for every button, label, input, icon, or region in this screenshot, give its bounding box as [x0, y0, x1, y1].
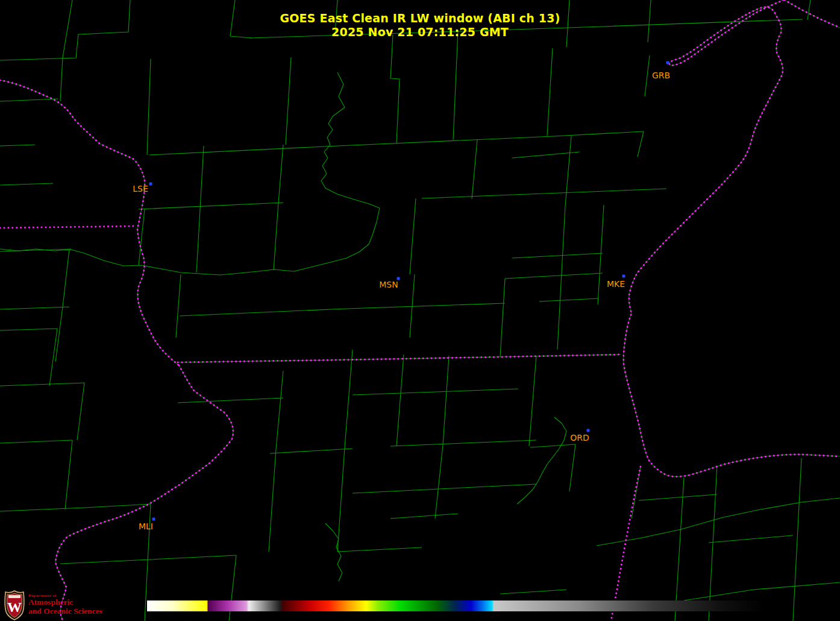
station-label-lse: LSE: [133, 184, 148, 194]
station-dot-lse: [149, 183, 152, 186]
mississippi-river-lower: [55, 365, 233, 621]
station-label-grb: GRB: [652, 71, 670, 80]
uw-aos-logo: W Department of Atmospheric and Oceanic …: [4, 590, 102, 620]
logo-line-2: and Oceanic Sciences: [28, 607, 102, 616]
title-line-1: GOES East Clean IR LW window (ABI ch 13): [0, 11, 840, 25]
iowa-minnesota-border: [0, 226, 136, 228]
logo-line-1: Atmospheric: [28, 598, 102, 607]
image-title: GOES East Clean IR LW window (ABI ch 13)…: [0, 11, 840, 39]
station-dot-ord: [587, 429, 590, 432]
satellite-map: [0, 0, 840, 621]
svg-text:W: W: [7, 599, 22, 615]
station-dot-mke: [622, 275, 625, 278]
station-label-mli: MLI: [139, 522, 153, 531]
title-line-2: 2025 Nov 21 07:11:25 GMT: [0, 25, 840, 39]
station-dot-grb: [666, 61, 669, 65]
illinois-indiana-border: [611, 467, 641, 621]
station-dot-msn: [397, 277, 400, 280]
satellite-viewer: GOES East Clean IR LW window (ABI ch 13)…: [0, 0, 840, 621]
temperature-colorbar: [147, 601, 764, 611]
mississippi-river-upper: [0, 80, 179, 365]
station-label-msn: MSN: [379, 280, 398, 289]
county-boundary-lines: [0, 0, 840, 621]
logo-text: Department of Atmospheric and Oceanic Sc…: [28, 594, 102, 616]
station-label-ord: ORD: [570, 433, 589, 443]
station-dot-mli: [152, 518, 155, 521]
station-label-mke: MKE: [607, 279, 625, 289]
uw-crest-icon: W: [4, 590, 25, 620]
